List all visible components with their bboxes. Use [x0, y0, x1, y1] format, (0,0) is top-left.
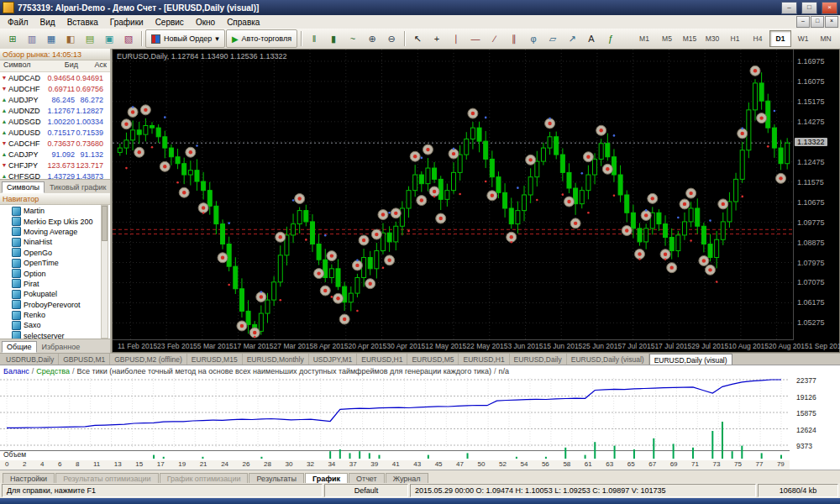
mdi-close-button[interactable]: × — [825, 16, 838, 28]
arrows-tool[interactable]: ↗ — [563, 29, 581, 48]
market-watch-tab[interactable]: Символы — [2, 181, 45, 193]
navigator-item[interactable]: Pokupatel — [0, 289, 110, 299]
market-watch-row[interactable]: ▼AUDCHF0.697110.69756 — [0, 83, 110, 94]
close-button[interactable]: × — [822, 2, 837, 14]
line-chart-mode[interactable]: ~ — [344, 29, 362, 48]
navigator-tab[interactable]: Общие — [2, 341, 37, 353]
navigator-item[interactable]: Moving Average — [0, 227, 110, 237]
legend-separator: / — [32, 367, 34, 375]
market-watch-row[interactable]: ▼CADCHF0.736370.73680 — [0, 138, 110, 149]
chart-tab[interactable]: EURUSD,Daily (visual) — [567, 354, 649, 365]
navigator-item[interactable]: Martin — [0, 206, 110, 216]
mdi-restore-button[interactable]: □ — [811, 16, 824, 28]
navigator-tab[interactable]: Избранное — [37, 341, 86, 353]
menu-item[interactable]: Справка — [221, 17, 265, 28]
timeframe-h1[interactable]: H1 — [724, 30, 746, 47]
navigator-item[interactable]: OpenGo — [0, 248, 110, 258]
horizontal-line-tool[interactable]: ― — [466, 29, 485, 48]
new-order-button[interactable]: Новый Ордер▾ — [145, 29, 225, 48]
chart-tab[interactable]: GBPUSD,M1 — [59, 354, 110, 365]
navigator-item[interactable]: Pirat — [0, 279, 110, 289]
timeframe-w1[interactable]: W1 — [792, 30, 814, 47]
navigator-toggle[interactable]: ▤ — [81, 29, 99, 48]
timeframe-m15[interactable]: M15 — [679, 30, 701, 47]
market-watch-toggle[interactable]: ▦ — [42, 29, 60, 48]
price-down-icon: ▼ — [0, 162, 8, 168]
navigator-item[interactable]: NinaHist — [0, 237, 110, 247]
navigator-item[interactable]: Saxo — [0, 320, 110, 330]
chart-tab[interactable]: EURUSD,Daily (visual) — [649, 354, 732, 365]
main-chart-window[interactable]: EURUSD,Daily, 1.12784 1.13490 1.12536 1.… — [112, 49, 840, 353]
navigator-item[interactable]: Renko — [0, 310, 110, 320]
market-watch-row[interactable]: ▲CADJPY91.09291.132 — [0, 149, 110, 160]
navigator-item[interactable]: Option — [0, 268, 110, 278]
fibonacci-tool[interactable]: φ — [524, 29, 543, 48]
vertical-line-tool[interactable]: ∣ — [447, 29, 465, 48]
menu-item[interactable]: Окно — [190, 17, 221, 28]
column-bid[interactable]: Бид — [47, 60, 78, 71]
trendline-tool[interactable]: ∕ — [486, 29, 504, 48]
cursor-tool[interactable]: ↖ — [408, 29, 427, 48]
market-watch-row[interactable]: ▲AUDJPY86.24586.272 — [0, 94, 110, 105]
market-watch-row[interactable]: ▲CHFSGD1.437291.43873 — [0, 171, 110, 179]
expert-advisor-icon — [12, 238, 21, 247]
timeframe-m30[interactable]: M30 — [701, 30, 723, 47]
timeframe-d1[interactable]: D1 — [769, 30, 791, 47]
chart-tab[interactable]: EURUSD,Daily — [510, 354, 567, 365]
status-profile[interactable]: Default — [324, 484, 408, 497]
candlestick-mode[interactable]: ▮ — [324, 29, 343, 48]
timeframe-mn[interactable]: MN — [815, 30, 837, 47]
mdi-minimize-button[interactable]: – — [796, 16, 810, 28]
channel-tool[interactable]: ∥ — [505, 29, 523, 48]
data-window-toggle[interactable]: ◧ — [61, 29, 80, 48]
navigator-item[interactable]: Merkio Exp Ukis 200 — [0, 216, 110, 226]
timeframe-m5[interactable]: M5 — [656, 30, 678, 47]
navigator-item[interactable]: OpenTime — [0, 258, 110, 268]
minimize-button[interactable]: – — [781, 2, 797, 14]
menu-item[interactable]: Графики — [104, 17, 150, 28]
market-watch-row[interactable]: ▲AUDNZD1.127671.12827 — [0, 105, 110, 116]
market-watch-tab[interactable]: Тиковый график — [45, 181, 112, 193]
navigator-item[interactable]: ProboyPerevorot — [0, 300, 110, 310]
chart-tab[interactable]: EURUSD,Monthly — [243, 354, 309, 365]
menu-item[interactable]: Вид — [34, 17, 61, 28]
price-down-icon: ▼ — [0, 140, 8, 146]
crosshair-tool[interactable]: + — [428, 29, 446, 48]
market-watch-row[interactable]: ▲AUDUSD0.715170.71539 — [0, 127, 110, 138]
chart-tab[interactable]: USDJPY,M1 — [309, 354, 358, 365]
market-watch-row[interactable]: ▼CHFJPY123.673123.717 — [0, 160, 110, 171]
chart-tab[interactable]: EURUSD,H1 — [357, 354, 407, 365]
chart-tab[interactable]: EURUSD,H1 — [459, 354, 509, 365]
chart-tab[interactable]: GBPUSD,M2 (offline) — [110, 354, 187, 365]
profiles-button[interactable]: ▥ — [23, 29, 41, 48]
zoom-in-button[interactable]: ⊕ — [363, 29, 381, 48]
market-watch-row[interactable]: ▲AUDSGD1.002201.00334 — [0, 116, 110, 127]
tester-balance-chart[interactable]: 223771912615875126249373 Объем 024681113… — [0, 376, 840, 470]
chart-tab[interactable]: EURUSD,M15 — [187, 354, 243, 365]
restore-button[interactable]: □ — [801, 2, 817, 14]
timeframe-m1[interactable]: M1 — [633, 30, 655, 47]
bid-value: 1.00220 — [44, 118, 75, 126]
terminal-toggle[interactable]: ▣ — [100, 29, 118, 48]
shapes-tool[interactable]: ▱ — [543, 29, 562, 48]
menu-item[interactable]: Файл — [2, 17, 34, 28]
new-chart-button[interactable]: ⊞ — [3, 29, 22, 48]
chart-tab[interactable]: EURUSD,M5 — [407, 354, 459, 365]
status-help: Для справки, нажмите F1 — [2, 484, 323, 497]
column-ask[interactable]: Аск — [78, 60, 108, 71]
indicators-button[interactable]: ƒ — [601, 29, 620, 48]
strategy-tester-toggle[interactable]: ▧ — [119, 29, 138, 48]
timeframe-h4[interactable]: H4 — [747, 30, 769, 47]
market-watch-row[interactable]: ▼AUDCAD0.946540.94691 — [0, 72, 110, 83]
chart-tab[interactable]: USDRUB,Daily — [2, 354, 59, 365]
scrollbar-thumb[interactable] — [102, 206, 108, 241]
navigator-scrollbar[interactable] — [101, 205, 108, 339]
menu-item[interactable]: Сервис — [150, 17, 190, 28]
bar-chart-mode[interactable]: ‖ — [305, 29, 323, 48]
column-symbol[interactable]: Символ — [0, 60, 47, 71]
navigator-item[interactable]: selectserver — [0, 331, 110, 339]
text-tool[interactable]: A — [582, 29, 601, 48]
autotrade-button[interactable]: ▶Авто-торговля — [226, 29, 297, 48]
zoom-out-button[interactable]: ⊖ — [382, 29, 401, 48]
menu-item[interactable]: Вставка — [61, 17, 104, 28]
